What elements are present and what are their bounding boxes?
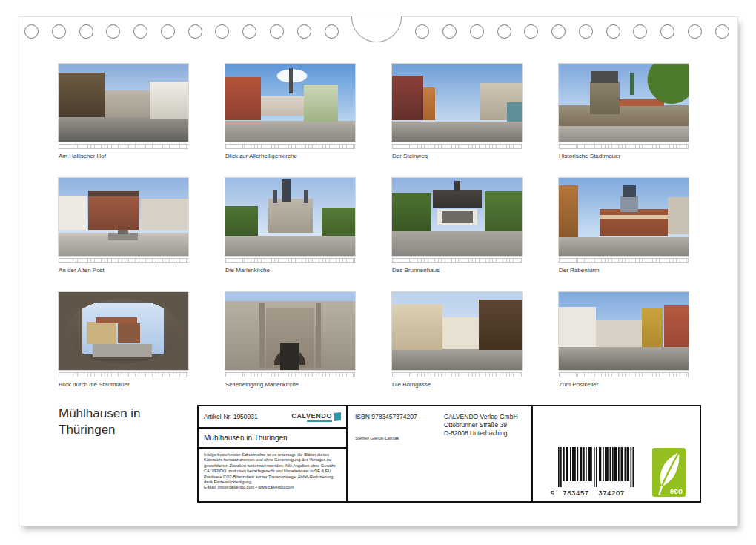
legal-text: Infolge bestehender Schutzrechte ist es … — [199, 449, 346, 501]
binding-hole — [215, 24, 229, 39]
mini-calendar-strip — [392, 144, 522, 149]
calvendo-logo-mark-icon — [334, 412, 341, 421]
publisher-line: Ottobrunner Straße 39 — [444, 421, 518, 429]
mini-calendar-strip — [225, 258, 355, 263]
calvendo-wordmark: CALVENDO — [291, 412, 332, 420]
binding-hole — [688, 24, 702, 39]
photo-caption: An der Alten Post — [59, 267, 188, 274]
month-photo — [59, 64, 188, 142]
photo-caption: Der Steinweg — [392, 153, 522, 159]
binding-hole — [106, 24, 120, 39]
photo-caption: Blick zur Allerheiligenkirche — [225, 153, 355, 159]
calendar-title: Mühlhausen in Thüringen — [59, 406, 141, 438]
calvendo-tagline-bar — [307, 420, 332, 422]
mini-calendar-strip — [392, 372, 522, 377]
mini-calendar-strip — [59, 144, 188, 149]
month-photo — [392, 64, 522, 142]
binding-hole — [470, 24, 484, 39]
month-photo — [559, 178, 689, 256]
binding-hole — [660, 24, 674, 39]
binding-hole — [606, 24, 620, 39]
info-title: Mühlhausen in Thüringen — [199, 429, 346, 449]
article-number: Artikel-Nr. 1950931 — [204, 413, 258, 420]
photo-caption: Die Borngasse — [392, 381, 522, 388]
info-right-column: 9 783457 374207 eco — [533, 406, 700, 501]
barcode-digits: 9 783457 374207 — [551, 489, 638, 497]
month-thumbnail: Zum Postkeller — [559, 292, 689, 388]
mini-calendar-strip — [225, 144, 355, 149]
month-photo — [559, 292, 689, 370]
binding-hole — [633, 24, 647, 39]
binding-hole — [133, 24, 147, 39]
binding-hole — [188, 24, 202, 39]
binding-hole — [297, 24, 311, 39]
month-thumbnail: Die Marienkirche — [225, 178, 355, 274]
isbn: ISBN 9783457374207 — [355, 413, 417, 420]
ean-barcode: 9 783457 374207 — [551, 447, 638, 497]
mini-calendar-strip — [59, 258, 188, 263]
month-thumbnail: Historische Stadtmauer — [559, 64, 689, 159]
barcode-bars-icon — [551, 447, 638, 487]
calvendo-logo: CALVENDO — [291, 412, 341, 422]
mini-calendar-strip — [225, 372, 355, 377]
binding-hole — [79, 24, 93, 39]
binding-hole — [415, 24, 429, 39]
mini-calendar-strip — [59, 372, 188, 377]
photo-caption: Die Marienkirche — [225, 267, 355, 274]
spiral-binding-holes — [24, 17, 729, 42]
publisher-line: CALVENDO Verlag GmbH — [444, 413, 518, 421]
barcode-digit-group: 374207 — [594, 489, 629, 497]
calendar-title-line1: Mühlhausen in — [59, 406, 141, 422]
binding-hole — [715, 24, 729, 39]
month-photo — [225, 178, 355, 256]
month-thumbnail: Das Brunnenhaus — [392, 178, 522, 274]
eco-label: eco — [670, 487, 683, 495]
calendar-title-line2: Thüringen — [59, 422, 141, 438]
month-thumbnail: Der Steinweg — [392, 64, 522, 159]
mini-calendar-strip — [392, 258, 522, 263]
month-thumbnail: Am Hallischer Hof — [59, 64, 188, 159]
article-number-row: Artikel-Nr. 1950931 CALVENDO — [199, 406, 346, 429]
thumbnail-grid: Am Hallischer Hof Blick zur Allerheilige… — [59, 64, 689, 388]
photo-caption: Zum Postkeller — [559, 381, 689, 388]
mini-calendar-strip — [559, 258, 689, 263]
photo-caption: Am Hallischer Hof — [59, 153, 188, 159]
month-thumbnail: Blick durch die Stadtmauer — [59, 292, 188, 388]
month-photo — [59, 178, 188, 256]
info-left-column: Artikel-Nr. 1950931 CALVENDO Mühlhausen … — [199, 406, 348, 501]
production-paragraph: CALVENDO produziert bedarfsgerecht und k… — [204, 469, 341, 485]
month-thumbnail: Der Rabenturm — [559, 178, 689, 274]
eco-logo: eco — [652, 448, 686, 497]
binding-hole — [551, 24, 566, 39]
binding-hole — [242, 24, 256, 39]
legal-paragraph: Infolge bestehender Schutzrechte ist es … — [204, 452, 341, 469]
photo-caption: Blick durch die Stadtmauer — [59, 381, 188, 388]
binding-hole — [579, 24, 593, 39]
binding-hole — [52, 24, 66, 39]
product-info-box: Artikel-Nr. 1950931 CALVENDO Mühlhausen … — [197, 405, 701, 503]
publisher-address: CALVENDO Verlag GmbH Ottobrunner Straße … — [444, 413, 518, 437]
binding-hole — [442, 24, 457, 39]
publisher-line: D-82008 Unterhaching — [444, 429, 518, 437]
barcode-digit-group: 783457 — [558, 489, 594, 497]
info-middle-column: ISBN 9783457374207 CALVENDO Verlag GmbH … — [348, 406, 533, 501]
binding-hole — [161, 24, 175, 39]
month-photo — [59, 292, 188, 370]
mini-calendar-strip — [559, 372, 689, 377]
photo-caption: Der Rabenturm — [559, 267, 689, 274]
month-thumbnail: Seiteneingang Marienkirche — [225, 292, 355, 388]
author-name: Steffen Gierok-Latniak — [355, 436, 399, 440]
barcode-digit-group: 9 — [551, 489, 558, 497]
calendar-back-page: Am Hallischer Hof Blick zur Allerheilige… — [19, 16, 738, 526]
month-thumbnail: Die Borngasse — [392, 292, 522, 388]
binding-hole — [524, 24, 538, 39]
binding-hole — [325, 24, 339, 39]
contact-line: E-Mail: info@calvendo.com • www.calvendo… — [204, 485, 341, 490]
month-photo — [225, 64, 355, 142]
binding-hole — [24, 24, 39, 39]
month-photo — [392, 292, 522, 370]
binding-hole — [270, 24, 284, 39]
month-thumbnail: An der Alten Post — [59, 178, 188, 274]
photo-caption: Seiteneingang Marienkirche — [225, 381, 355, 388]
month-thumbnail: Blick zur Allerheiligenkirche — [225, 64, 355, 159]
